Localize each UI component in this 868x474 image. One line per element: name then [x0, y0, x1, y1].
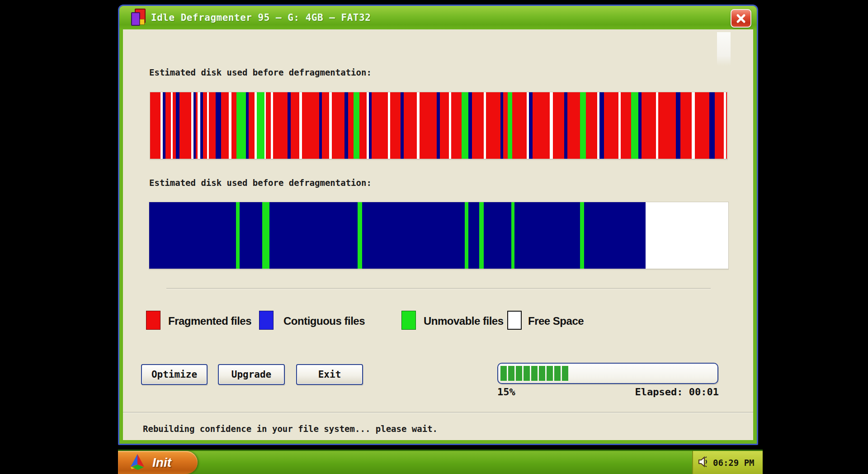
title-bar[interactable]: Idle Defragmenter 95 – G: 4GB – FAT32: [119, 6, 757, 29]
before-map-label: Estimated disk used before defragmentati…: [149, 67, 372, 77]
disk-segment: [273, 92, 288, 159]
disk-segment: [511, 202, 515, 269]
legend-swatch-contiguous: [259, 311, 274, 330]
progress-segment: [562, 366, 568, 381]
disk-segment: [203, 92, 207, 159]
start-button-label: Init: [152, 455, 171, 470]
speaker-icon: [698, 456, 709, 469]
status-separator: [123, 412, 753, 413]
disk-segment: [486, 92, 500, 159]
legend-label-unmovable: Unmovable files: [424, 315, 504, 327]
disk-segment: [726, 92, 727, 159]
legend-label-contiguous: Contiguous files: [283, 315, 365, 327]
disk-segment: [451, 92, 462, 159]
disk-segment: [484, 202, 511, 269]
defrag-app-icon: [130, 8, 146, 27]
disk-segment: [240, 202, 262, 269]
disk-segment: [604, 92, 618, 159]
window-title: Idle Defragmenter 95 – G: 4GB – FAT32: [151, 12, 371, 23]
disk-segment: [150, 92, 160, 159]
disk-segment: [468, 92, 472, 159]
disk-segment: [468, 202, 479, 269]
disk-segment: [165, 92, 170, 159]
disk-segment: [440, 92, 449, 159]
progress-percent: 15%: [497, 386, 515, 398]
disk-segment: [362, 202, 465, 269]
disk-segment: [269, 202, 358, 269]
upgrade-button[interactable]: Upgrade: [218, 364, 285, 385]
disk-segment: [646, 202, 728, 269]
disk-segment: [262, 202, 270, 269]
progress-segment: [508, 366, 514, 381]
desktop: Idle Defragmenter 95 – G: 4GB – FAT32 Es…: [0, 0, 868, 474]
disk-segment: [508, 92, 512, 159]
disk-map-before: [150, 92, 728, 159]
disk-segment: [638, 92, 642, 159]
start-button[interactable]: Init: [118, 451, 198, 474]
disk-segment: [354, 92, 359, 159]
disk-segment: [348, 92, 354, 159]
disk-segment: [176, 92, 179, 159]
disk-segment: [631, 92, 638, 159]
disk-segment: [553, 92, 565, 159]
elapsed-time: Elapsed: 00:01: [616, 386, 719, 398]
disk-segment: [514, 202, 580, 269]
taskbar: Init 06:29 PM: [118, 450, 763, 474]
disk-segment: [344, 92, 348, 159]
disk-segment: [709, 92, 715, 159]
legend-separator: [166, 288, 711, 289]
legend-swatch-fragmented: [146, 311, 160, 330]
disk-segment: [642, 92, 656, 159]
disk-segment: [216, 92, 221, 159]
progress-segment: [547, 366, 553, 381]
progress-segments: [500, 366, 715, 381]
disk-segment: [322, 92, 329, 159]
disk-segment: [695, 92, 709, 159]
icon-yellow-lock: [140, 19, 145, 25]
disk-segment: [567, 92, 580, 159]
disk-segment: [512, 92, 527, 159]
disk-segment: [462, 92, 468, 159]
disk-segment: [372, 92, 388, 159]
disk-segment: [231, 92, 236, 159]
legend-label-free-space: Free Space: [528, 315, 584, 327]
disk-segment: [658, 92, 675, 159]
disk-segment: [266, 92, 270, 159]
disk-segment: [149, 202, 236, 269]
client-area: Estimated disk used before defragmentati…: [123, 29, 753, 440]
disk-segment: [533, 92, 550, 159]
disk-segment: [580, 202, 584, 269]
disk-segment: [209, 92, 216, 159]
icon-purple-book: [131, 12, 140, 26]
disk-segment: [621, 92, 631, 159]
after-map-label: Estimated disk used before defragmentati…: [149, 178, 372, 188]
progress-segment: [500, 366, 507, 381]
system-tray[interactable]: 06:29 PM: [692, 451, 763, 474]
disk-segment: [676, 92, 680, 159]
legend-label-fragmented: Fragmented files: [168, 315, 251, 327]
clock: 06:29 PM: [713, 458, 755, 468]
disk-map-after: [149, 202, 729, 269]
optimize-button[interactable]: Optimize: [141, 364, 208, 385]
disk-segment: [580, 92, 586, 159]
disk-segment: [479, 202, 484, 269]
disk-segment: [599, 92, 604, 159]
disk-segment: [404, 92, 416, 159]
disk-segment: [401, 92, 404, 159]
exit-button[interactable]: Exit: [296, 364, 363, 385]
disk-segment: [503, 92, 508, 159]
disk-segment: [236, 92, 245, 159]
close-icon: [736, 14, 746, 24]
close-button[interactable]: [731, 9, 751, 28]
disk-segment: [420, 92, 437, 159]
disk-segment: [680, 92, 692, 159]
disk-segment: [179, 92, 191, 159]
disk-segment: [288, 92, 291, 159]
disk-segment: [332, 92, 344, 159]
status-message: Rebuilding confidence in your file syste…: [143, 424, 438, 434]
disk-segment: [257, 92, 264, 159]
scrollbar-remnant: [717, 32, 731, 66]
disk-segment: [390, 92, 401, 159]
disk-segment: [358, 202, 362, 269]
defrag-window: Idle Defragmenter 95 – G: 4GB – FAT32 Es…: [118, 5, 758, 445]
